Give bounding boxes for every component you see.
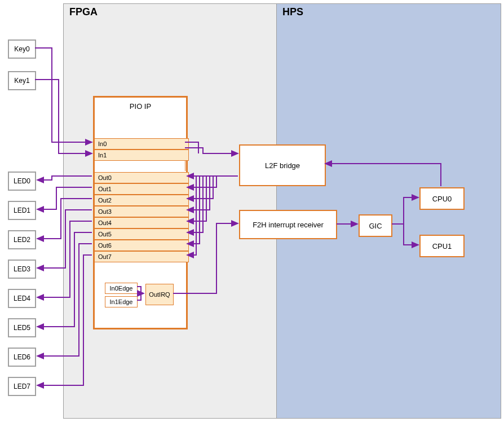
key0-box: Key0 [8, 39, 36, 59]
pio-title: PIO IP [95, 102, 186, 111]
cpu0-label: CPU0 [432, 195, 452, 203]
in0edge-box: In0Edge [105, 283, 138, 294]
led6-box: LED6 [8, 348, 36, 367]
cpu1-box: CPU1 [419, 235, 465, 257]
led4-box: LED4 [8, 289, 36, 308]
l2f-bridge-box: L2F bridge [239, 144, 326, 186]
l2f-label: L2F bridge [265, 161, 300, 170]
key1-box: Key1 [8, 71, 36, 90]
led5-box: LED5 [8, 318, 36, 337]
gic-box: GIC [359, 214, 392, 237]
led5-label: LED5 [14, 324, 30, 332]
port-out7: Out7 [94, 251, 189, 262]
outirq-label: OutIRQ [149, 291, 170, 298]
cpu1-label: CPU1 [432, 242, 452, 250]
fpga-title: FPGA [69, 6, 98, 18]
cpu0-box: CPU0 [419, 187, 465, 210]
port-spacer [94, 161, 185, 171]
f2h-label: F2H interrupt receiver [253, 221, 324, 229]
led2-label: LED2 [14, 236, 30, 244]
f2h-box: F2H interrupt receiver [239, 210, 337, 239]
led0-box: LED0 [8, 172, 36, 191]
hps-title: HPS [282, 6, 303, 18]
led1-box: LED1 [8, 201, 36, 220]
led3-label: LED3 [14, 265, 30, 273]
port-out6: Out6 [94, 240, 189, 251]
led0-label: LED0 [14, 177, 30, 185]
key1-label: Key1 [14, 77, 29, 85]
led7-box: LED7 [8, 377, 36, 396]
key0-label: Key0 [14, 45, 29, 53]
port-out4: Out4 [94, 217, 189, 228]
port-out1: Out1 [94, 183, 189, 195]
led7-label: LED7 [14, 383, 30, 390]
port-out3: Out3 [94, 206, 189, 217]
port-out0: Out0 [94, 172, 189, 183]
pio-block: PIO IP In0 In1 Out0 Out1 Out2 Out3 Out4 … [93, 96, 188, 329]
port-out5: Out5 [94, 228, 189, 240]
gic-label: GIC [369, 222, 382, 230]
port-in0: In0 [94, 138, 189, 150]
led3-box: LED3 [8, 260, 36, 279]
port-out2: Out2 [94, 195, 189, 206]
led6-label: LED6 [14, 353, 30, 361]
outirq-box: OutIRQ [145, 284, 174, 305]
led4-label: LED4 [14, 294, 30, 302]
led2-box: LED2 [8, 230, 36, 249]
led1-label: LED1 [14, 206, 30, 214]
port-in1: In1 [94, 150, 189, 161]
in1edge-box: In1Edge [105, 296, 138, 307]
